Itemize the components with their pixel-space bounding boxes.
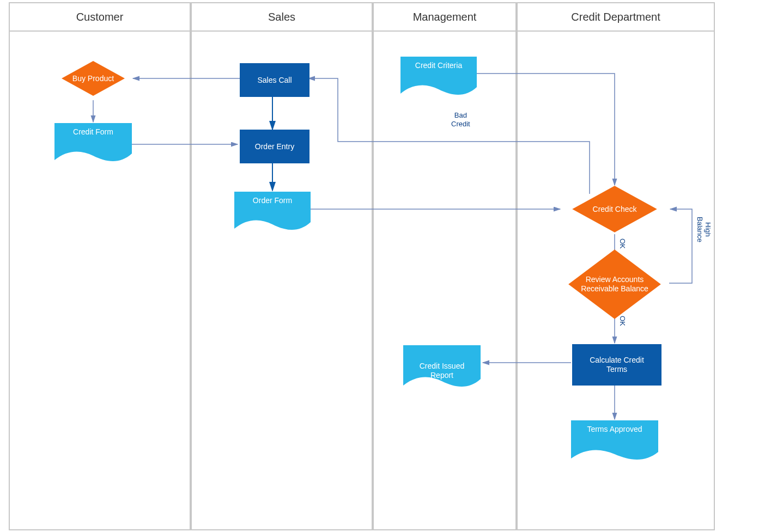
edge-label-bad-credit-l2: Credit [451,120,470,129]
credit-issued-report-label-2: Report [403,371,481,380]
edge-label-high-balance-l2: Balance [696,217,704,242]
review-ar-balance-label: Review Accounts Receivable Balance [574,275,655,293]
process-sales-call: Sales Call [240,63,309,97]
process-calculate-credit-terms: Calculate Credit Terms [572,344,661,386]
credit-form-label: Credit Form [73,127,113,166]
edge-label-high-balance-l1: High [704,222,712,237]
doc-order-form: Order Form [234,192,311,234]
doc-terms-approved: Terms Approved [571,420,658,464]
order-entry-label: Order Entry [255,142,294,151]
edge-label-bad-credit-l1: Bad [451,111,470,120]
decision-buy-product: Buy Product [54,54,132,102]
buy-product-label: Buy Product [72,74,114,83]
sales-call-label: Sales Call [257,76,292,85]
edge-label-high-balance: High Balance [695,217,712,242]
edge-label-ok-1: OK [618,239,627,249]
doc-credit-criteria: Credit Criteria [400,57,477,99]
decision-review-ar-balance: Review Accounts Receivable Balance [560,258,669,310]
flowchart-canvas: Customer Sales Management Credit Departm… [0,0,783,532]
terms-approved-label: Terms Approved [587,425,642,464]
calculate-credit-terms-label: Calculate Credit Terms [581,356,652,374]
edge-label-ok-2: OK [618,316,627,326]
decision-credit-check: Credit Check [560,183,669,235]
credit-criteria-label: Credit Criteria [415,61,462,99]
credit-issued-report-label-1: Credit Issued [403,362,481,371]
edge-label-bad-credit: Bad Credit [451,111,470,128]
doc-credit-issued-report: Credit Issued Report [403,345,481,392]
doc-credit-form: Credit Form [54,123,132,166]
credit-check-label: Credit Check [593,205,637,214]
process-order-entry: Order Entry [240,130,309,163]
order-form-label: Order Form [253,196,292,234]
